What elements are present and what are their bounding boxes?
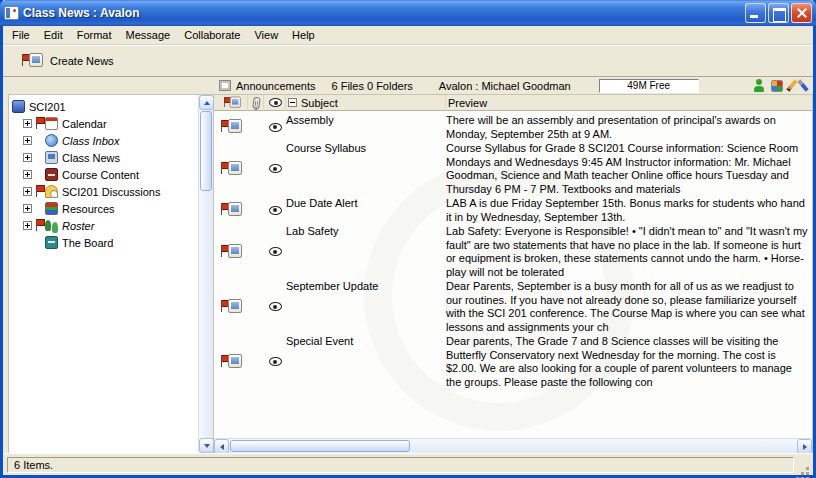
preview-column-header[interactable]: Preview xyxy=(446,95,812,111)
expand-plus-icon[interactable] xyxy=(23,119,32,128)
menu-item-format[interactable]: Format xyxy=(70,27,119,43)
read-column-header[interactable] xyxy=(264,95,286,111)
palette-icon[interactable] xyxy=(771,80,783,92)
scroll-down-button[interactable] xyxy=(199,438,214,453)
create-news-icon xyxy=(20,53,44,69)
menu-bar: File Edit Format Message Collaborate Vie… xyxy=(3,26,813,45)
scroll-up-button[interactable] xyxy=(199,95,214,110)
tree-item-course-content[interactable]: Course Content xyxy=(12,166,198,183)
tree-root[interactable]: SCI201 xyxy=(12,98,198,115)
news-message-icon xyxy=(219,299,243,315)
title-bar[interactable]: Class News : Avalon xyxy=(0,0,816,26)
expand-plus-icon[interactable] xyxy=(23,187,32,196)
scroll-right-button[interactable] xyxy=(797,439,812,454)
tree-scrollbar[interactable] xyxy=(198,95,213,453)
menu-item-help[interactable]: Help xyxy=(285,27,322,43)
expand-plus-icon[interactable] xyxy=(23,136,32,145)
flag-column-header[interactable] xyxy=(214,95,248,111)
tree-item-calendar[interactable]: Calendar xyxy=(12,115,198,132)
subject-cell: September Update xyxy=(286,279,446,334)
news-message-icon xyxy=(219,354,243,370)
subject-column-header[interactable]: Subject xyxy=(286,95,446,111)
book-icon xyxy=(45,168,58,181)
scroll-left-button[interactable] xyxy=(214,439,229,454)
tree-item-sci201-discussions[interactable]: SCI201 Discussions xyxy=(12,183,198,200)
eye-icon xyxy=(269,164,282,173)
expand-plus-icon[interactable] xyxy=(23,221,32,230)
announcements-icon xyxy=(219,80,231,91)
toolbar: Create News xyxy=(3,45,813,77)
red-flag-icon xyxy=(35,219,44,232)
calendar-icon xyxy=(45,117,58,130)
menu-item-collaborate[interactable]: Collaborate xyxy=(177,27,247,43)
list-row-due-date-alert[interactable]: Due Date Alert LAB A is due Friday Septe… xyxy=(214,196,812,224)
list-row-assembly[interactable]: Assembly There will be an assembly and p… xyxy=(214,113,812,141)
maximize-button[interactable] xyxy=(768,3,789,23)
menu-item-view[interactable]: View xyxy=(247,27,285,43)
list-row-september-update[interactable]: September Update Dear Parents, September… xyxy=(214,279,812,334)
subject-header-label: Subject xyxy=(301,97,338,109)
file-folder-counts: 6 Files 0 Folders xyxy=(332,80,413,92)
attachment-cell xyxy=(248,224,264,279)
list-row-course-syllabus[interactable]: Course Syllabus Course Syllabus for Grad… xyxy=(214,141,812,196)
preview-cell: LAB A is due Friday September 15th. Bonu… xyxy=(446,196,812,224)
news-message-icon xyxy=(222,96,241,109)
tree-item-the-board[interactable]: The Board xyxy=(12,234,198,251)
tree-item-label: Resources xyxy=(62,203,115,215)
status-text: 6 Items. xyxy=(7,457,794,473)
eye-icon xyxy=(269,247,282,256)
discussion-icon xyxy=(45,185,58,198)
tree-item-resources[interactable]: Resources xyxy=(12,200,198,217)
brush-icon[interactable] xyxy=(797,79,808,92)
account-name: Avalon : Michael Goodman xyxy=(439,80,571,92)
resources-icon xyxy=(45,202,58,215)
tree-item-label: SCI201 Discussions xyxy=(62,186,160,198)
create-news-label: Create News xyxy=(50,55,114,67)
window-title: Class News : Avalon xyxy=(23,6,745,20)
menu-item-file[interactable]: File xyxy=(5,27,37,43)
scroll-thumb[interactable] xyxy=(200,111,212,191)
info-bar: Announcements 6 Files 0 Folders Avalon :… xyxy=(3,77,813,94)
scroll-thumb[interactable] xyxy=(230,440,410,452)
tree-item-label: Class Inbox xyxy=(62,135,119,147)
news-message-icon xyxy=(219,119,243,135)
collapse-icon[interactable] xyxy=(288,98,297,107)
preview-cell: Lab Safety: Everyone is Responsible! • "… xyxy=(446,224,812,279)
horizontal-scrollbar[interactable] xyxy=(214,438,812,453)
list-row-lab-safety[interactable]: Lab Safety Lab Safety: Everyone is Respo… xyxy=(214,224,812,279)
tree-item-label: Course Content xyxy=(62,169,139,181)
menu-item-edit[interactable]: Edit xyxy=(37,27,70,43)
list-header: Subject Preview xyxy=(214,95,812,111)
message-list: Assembly There will be an assembly and p… xyxy=(214,111,812,438)
expand-plus-icon[interactable] xyxy=(23,204,32,213)
close-button[interactable] xyxy=(791,3,812,23)
preview-header-label: Preview xyxy=(448,97,487,109)
tree-item-roster[interactable]: Roster xyxy=(12,217,198,234)
inbox-icon xyxy=(45,134,58,147)
person-icon[interactable] xyxy=(754,79,764,92)
red-flag-icon xyxy=(35,117,44,130)
resize-grip[interactable] xyxy=(797,458,811,472)
free-space-gauge: 49M Free xyxy=(599,79,699,93)
content-area: SCI201 Calendar xyxy=(3,94,813,453)
preview-cell: There will be an assembly and presentati… xyxy=(446,113,812,141)
menu-item-message[interactable]: Message xyxy=(119,27,178,43)
attachment-cell xyxy=(248,196,264,224)
tree-item-class-news[interactable]: Class News xyxy=(12,149,198,166)
list-panel: Subject Preview xyxy=(214,94,813,453)
subject-cell: Assembly xyxy=(286,113,446,141)
tree-item-label: Calendar xyxy=(62,118,107,130)
list-row-special-event[interactable]: Special Event Dear parents, The Grade 7 … xyxy=(214,334,812,389)
eye-icon xyxy=(269,123,282,132)
eye-icon xyxy=(269,357,282,366)
tree-item-label: Class News xyxy=(62,152,120,164)
attachment-column-header[interactable] xyxy=(248,95,264,111)
minimize-button[interactable] xyxy=(745,3,766,23)
subject-cell: Special Event xyxy=(286,334,446,389)
paperclip-icon xyxy=(252,96,261,109)
expand-plus-icon[interactable] xyxy=(23,153,32,162)
expand-plus-icon[interactable] xyxy=(23,170,32,179)
create-news-button[interactable]: Create News xyxy=(13,50,121,72)
tree-item-class-inbox[interactable]: Class Inbox xyxy=(12,132,198,149)
eye-icon xyxy=(269,98,282,107)
